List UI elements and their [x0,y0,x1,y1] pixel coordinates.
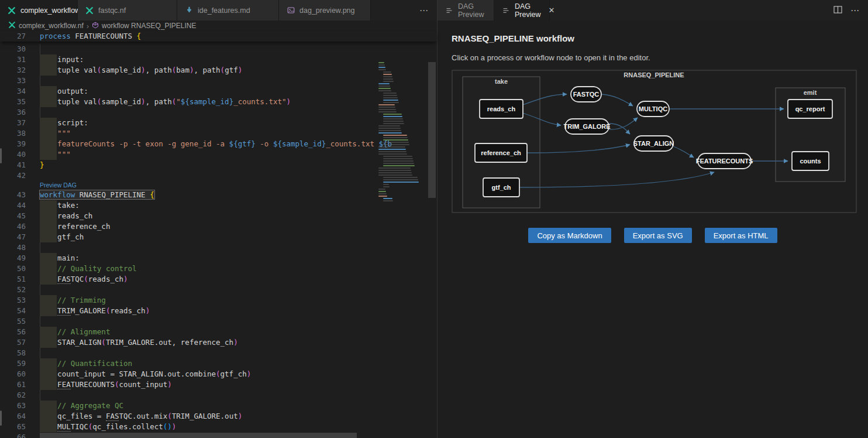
dag-cluster-label-take: take [495,78,508,85]
code-line-41[interactable]: 41} [0,160,437,170]
code-line-54[interactable]: 54 TRIM_GALORE(reads_ch) [0,306,437,316]
code-line-34[interactable]: 34 output: [0,86,437,97]
svg-text:reads_ch: reads_ch [487,105,516,112]
dag-preview-panel: DAG PreviewDAG Preview✕ ⋯ RNASEQ_PIPELIN… [438,0,868,438]
export-as-html-button[interactable]: Export as HTML [705,228,777,243]
code-editor[interactable]: 27 process FEATURECOUNTS { 3031 input:32… [0,31,437,438]
tab-dag-preview[interactable]: DAG Preview [438,0,494,20]
dag-node-counts[interactable]: counts [792,152,829,170]
svg-text:counts: counts [800,158,821,165]
tab-fastqc-nf[interactable]: fastqc.nf [78,0,177,20]
split-editor-icon[interactable] [833,5,842,16]
code-line-57[interactable]: 57 STAR_ALIGN(TRIM_GALORE.out, reference… [0,337,437,348]
line-number: 61 [0,379,36,390]
code-line-56[interactable]: 56 // Alignment [0,327,437,337]
code-line-52[interactable]: 52 [0,285,437,295]
code-line-55[interactable]: 55 [0,316,437,327]
code-line-53[interactable]: 53 // Trimming [0,295,437,306]
code-line-51[interactable]: 51 FASTQC(reads_ch) [0,274,437,285]
code-line-44[interactable]: 44 take: [0,200,437,211]
svg-text:FASTQC: FASTQC [573,91,600,98]
code-line-59[interactable]: 59 // Quantification [0,358,437,369]
code-line-60[interactable]: 60 count_input = STAR_ALIGN.out.combine(… [0,369,437,379]
dag-node-reference_ch[interactable]: reference_ch [475,143,527,162]
line-number: 37 [0,118,36,128]
left-edge-handle[interactable] [0,410,2,426]
tab-ide-features-md[interactable]: ide_features.md [177,0,279,20]
code-line-62[interactable]: 62 [0,390,437,401]
breadcrumb-file[interactable]: complex_workflow.nf [19,22,84,30]
instruction-text: Click on a process or workflow node to o… [452,53,854,62]
vertical-scrollbar[interactable] [428,62,436,198]
sticky-scroll-line[interactable]: 27 process FEATURECOUNTS { [0,31,437,42]
code-line-50[interactable]: 50 // Quality control [0,264,437,274]
code-line-64[interactable]: 64 qc_files = FASTQC.out.mix(TRIM_GALORE… [0,411,437,422]
code-line-47[interactable]: 47 gtf_ch [0,232,437,242]
breadcrumb[interactable]: complex_workflow.nf › workflow RNASEQ_PI… [0,20,437,31]
code-line-45[interactable]: 45 reads_ch [0,211,437,221]
line-number: 46 [0,221,36,232]
markdown-icon [184,6,194,15]
more-actions-icon[interactable]: ⋯ [419,5,429,16]
code-line-38[interactable]: 38 """ [0,128,437,139]
line-number: 47 [0,232,36,242]
dag-node-trim_galore[interactable]: TRIM_GALORE [563,119,610,134]
tab-complex-workflow-nf[interactable]: complex_workflow.nf✕ [0,0,78,20]
close-icon[interactable]: ✕ [548,6,554,14]
code-line-61[interactable]: 61 FEATURECOUNTS(count_input) [0,379,437,390]
code-line-30[interactable]: 30 [0,44,437,54]
line-number: 56 [0,327,36,337]
page-title: RNASEQ_PIPELINE workflow [452,33,854,43]
line-number: 51 [0,274,36,285]
code-line-36[interactable]: 36 [0,107,437,118]
line-number: 44 [0,200,36,211]
code-line-49[interactable]: 49 main: [0,253,437,264]
more-actions-icon[interactable]: ⋯ [850,5,860,16]
line-number: 63 [0,401,36,411]
code-line-43[interactable]: 43workflow RNASEQ_PIPELINE { [0,190,437,200]
svg-text:STAR_ALIGN: STAR_ALIGN [633,140,674,147]
code-line-65[interactable]: 65 MULTIQC(qc_files.collect()) [0,422,437,432]
line-number: 50 [0,264,36,274]
export-as-svg-button[interactable]: Export as SVG [624,228,692,243]
dag-node-fastqc[interactable]: FASTQC [571,87,601,102]
code-line-35[interactable]: 35 tuple val(sample_id), path("${sample_… [0,97,437,107]
nextflow-icon [8,21,16,30]
dag-node-qc_report[interactable]: qc_report [788,100,832,118]
dag-node-featurecounts[interactable]: FEATURECOUNTS [696,153,753,169]
code-line-33[interactable]: 33 [0,76,437,86]
code-line-42[interactable]: 42 [0,170,437,181]
code-line-46[interactable]: 46 reference_ch [0,221,437,232]
code-line-58[interactable]: 58 [0,348,437,358]
copy-as-markdown-button[interactable]: Copy as Markdown [528,228,611,243]
symbol-workflow-icon [92,22,99,30]
dag-cluster-label-outer: RNASEQ_PIPELINE [624,71,684,78]
code-line-63[interactable]: 63 // Aggregate QC [0,401,437,411]
code-line-31[interactable]: 31 input: [0,54,437,65]
tab-dag-preview-png[interactable]: dag_preview.png [279,0,371,20]
line-number: 39 [0,139,36,149]
breadcrumb-symbol[interactable]: workflow RNASEQ_PIPELINE [102,22,196,30]
line-number: 43 [0,190,36,200]
dag-node-gtf_ch[interactable]: gtf_ch [483,178,519,197]
dag-node-reads_ch[interactable]: reads_ch [480,100,523,118]
code-line-39[interactable]: 39 featureCounts -p -t exon -g gene_id -… [0,139,437,149]
left-edge-handle[interactable] [0,148,2,163]
code-line-40[interactable]: 40 """ [0,149,437,160]
code-line-37[interactable]: 37 script: [0,118,437,128]
dag-node-multiqc[interactable]: MULTIQC [637,101,669,117]
line-number: 55 [0,316,36,327]
minimap[interactable] [377,62,427,214]
tab-label: DAG Preview [458,2,487,19]
code-line-48[interactable]: 48 [0,242,437,253]
svg-text:MULTIQC: MULTIQC [639,105,667,112]
line-number: 57 [0,337,36,348]
code-line-32[interactable]: 32 tuple val(sample_id), path(bam), path… [0,65,437,76]
tab-dag-preview[interactable]: DAG Preview✕ [494,0,550,20]
ide-window: complex_workflow.nf✕fastqc.nfide_feature… [0,0,868,438]
horizontal-scrollbar[interactable] [40,433,357,438]
dag-node-star_align[interactable]: STAR_ALIGN [633,136,674,151]
line-number: 53 [0,295,36,306]
line-number: 65 [0,422,36,432]
line-number: 40 [0,149,36,160]
